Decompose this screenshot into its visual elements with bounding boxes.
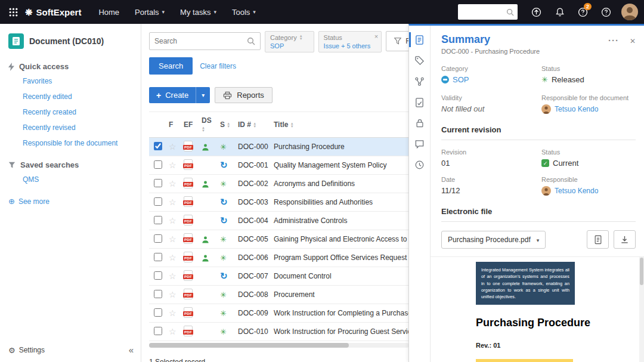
pdf-file-icon[interactable] (184, 307, 193, 318)
favorite-star-icon[interactable]: ☆ (169, 216, 177, 225)
filters-button[interactable]: Filters (386, 31, 408, 51)
row-checkbox[interactable] (154, 234, 162, 243)
pdf-file-icon[interactable] (184, 252, 193, 262)
collapse-sidebar-icon[interactable] (129, 345, 134, 355)
table-row[interactable]: ☆ ✳ DOC-005 Gaining Physical and Electro… (149, 230, 408, 249)
row-title[interactable]: Work Instruction for Completing a Purcha… (272, 304, 408, 323)
header-status[interactable]: S (218, 112, 236, 138)
sidebar-item-favorites[interactable]: Favorites (23, 77, 141, 85)
clear-filters-link[interactable]: Clear filters (200, 62, 236, 70)
notifications-icon[interactable] (548, 0, 571, 24)
scrollbar-thumb[interactable] (149, 343, 349, 348)
global-search-input[interactable] (462, 8, 506, 16)
more-options-icon[interactable] (608, 35, 619, 46)
table-row[interactable]: ☆ ↻ DOC-003 Responsibilities and Authori… (149, 193, 408, 212)
row-checkbox[interactable] (154, 308, 162, 317)
reports-button[interactable]: Reports (215, 87, 273, 103)
nav-my-tasks[interactable]: My tasks (172, 0, 224, 24)
pdf-file-icon[interactable] (184, 326, 193, 336)
tab-security-icon[interactable] (409, 113, 430, 134)
table-row[interactable]: ☆ ✳ DOC-006 Program Support Office Servi… (149, 249, 408, 267)
row-checkbox[interactable] (154, 327, 162, 335)
create-button[interactable]: + Create (149, 87, 196, 103)
table-row[interactable]: ☆ ✳ DOC-000 Purchasing Procedure (149, 138, 408, 156)
row-title[interactable]: Program Support Office Services Request … (272, 249, 408, 267)
sidebar-item-responsible[interactable]: Responsible for the document (23, 139, 141, 147)
table-row[interactable]: ☆ ✳ DOC-009 Work Instruction for Complet… (149, 304, 408, 323)
category-value-link[interactable]: SOP (453, 75, 469, 84)
user-avatar[interactable] (621, 4, 638, 20)
row-checkbox[interactable] (154, 197, 162, 206)
settings-button[interactable]: Settings (8, 346, 45, 355)
pdf-file-icon[interactable] (184, 178, 193, 188)
row-checkbox[interactable] (154, 216, 162, 224)
row-title[interactable]: Gaining Physical and Electronic Access t… (272, 230, 408, 249)
favorite-star-icon[interactable]: ☆ (169, 271, 177, 281)
row-title[interactable]: Procurement (272, 286, 408, 304)
header-id[interactable]: ID # (236, 112, 272, 138)
pdf-file-icon[interactable] (184, 159, 193, 170)
nav-portals[interactable]: Portals (127, 0, 172, 24)
row-title[interactable]: Acronyms and Definitions (272, 175, 408, 193)
assistant-icon[interactable]: 2 (571, 0, 595, 24)
pdf-file-icon[interactable] (184, 196, 193, 207)
table-row[interactable]: ☆ ✳ DOC-002 Acronyms and Definitions (149, 175, 408, 193)
tab-history-icon[interactable] (409, 154, 430, 175)
close-panel-icon[interactable] (630, 35, 636, 46)
help-icon[interactable] (595, 0, 618, 24)
sidebar-item-recently-revised[interactable]: Recently revised (23, 123, 141, 132)
favorite-star-icon[interactable]: ☆ (169, 179, 177, 188)
row-checkbox[interactable] (154, 142, 162, 150)
search-button[interactable]: Search (149, 57, 193, 75)
row-title[interactable]: Quality Management System Policy (272, 156, 408, 175)
row-checkbox[interactable] (154, 290, 162, 298)
remove-filter-icon[interactable] (374, 33, 378, 40)
horizontal-scrollbar[interactable] (149, 343, 408, 348)
table-row[interactable]: ☆ ✳ DOC-008 Procurement (149, 286, 408, 304)
view-file-button[interactable] (587, 230, 609, 249)
file-select-dropdown[interactable]: Purchasing Procedure.pdf (441, 231, 546, 249)
header-electronic-file[interactable]: EF (182, 112, 200, 138)
header-favorite[interactable]: F (167, 112, 182, 138)
tab-comments-icon[interactable] (409, 134, 430, 154)
table-row[interactable]: ☆ ↻ DOC-007 Document Control (149, 267, 408, 286)
row-checkbox[interactable] (154, 160, 162, 169)
responsible-name-link[interactable]: Tetsuo Kendo (555, 105, 598, 113)
quick-access-icon[interactable] (525, 0, 548, 24)
preview-scrollbar-thumb[interactable] (640, 258, 643, 285)
filter-chip-category[interactable]: Category SOP (265, 31, 314, 52)
row-title[interactable]: Work Instruction for Procuring Guest Ser… (272, 323, 408, 341)
header-digital-signature[interactable]: DS (200, 112, 218, 138)
row-checkbox[interactable] (154, 179, 162, 187)
row-title[interactable]: Responsibilities and Authorities (272, 193, 408, 212)
row-checkbox[interactable] (154, 271, 162, 280)
tab-revision-icon[interactable] (409, 92, 430, 113)
sidebar-item-recently-created[interactable]: Recently created (23, 108, 141, 116)
responsible-name-link[interactable]: Tetsuo Kendo (555, 187, 598, 195)
list-search-input[interactable] (154, 37, 247, 45)
pdf-file-icon[interactable] (184, 141, 193, 151)
row-title[interactable]: Purchasing Procedure (272, 138, 408, 156)
favorite-star-icon[interactable]: ☆ (169, 308, 177, 318)
sidebar-item-qms[interactable]: QMS (23, 175, 141, 184)
filter-chip-status[interactable]: Status Issue + 5 others (318, 31, 382, 52)
favorite-star-icon[interactable]: ☆ (169, 197, 177, 207)
pdf-file-icon[interactable] (184, 270, 193, 281)
pdf-file-icon[interactable] (184, 289, 193, 299)
table-row[interactable]: ☆ ↻ DOC-001 Quality Management System Po… (149, 156, 408, 175)
favorite-star-icon[interactable]: ☆ (169, 142, 177, 151)
pdf-file-icon[interactable] (184, 233, 193, 244)
apps-grid-icon[interactable] (4, 0, 23, 24)
table-row[interactable]: ☆ ↻ DOC-004 Administrative Controls (149, 212, 408, 230)
favorite-star-icon[interactable]: ☆ (169, 234, 177, 244)
row-checkbox[interactable] (154, 253, 162, 261)
table-row[interactable]: ☆ ✳ DOC-010 Work Instruction for Procuri… (149, 323, 408, 341)
header-title[interactable]: Title (272, 112, 408, 138)
nav-tools[interactable]: Tools (224, 0, 264, 24)
row-title[interactable]: Administrative Controls (272, 212, 408, 230)
preview-scrollbar[interactable] (639, 257, 644, 362)
tab-workflow-icon[interactable] (409, 71, 430, 92)
favorite-star-icon[interactable]: ☆ (169, 290, 177, 299)
create-dropdown-caret[interactable] (196, 87, 210, 103)
download-file-button[interactable] (614, 230, 636, 249)
